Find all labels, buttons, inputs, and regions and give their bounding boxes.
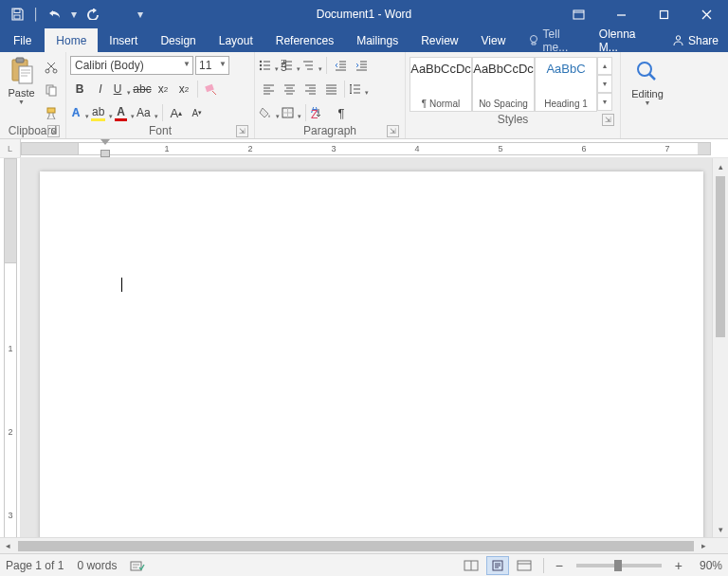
borders-button[interactable]: ▾ [282,103,301,122]
maximize-icon[interactable] [643,0,685,28]
zoom-slider[interactable] [576,564,662,567]
grow-font-button[interactable]: A▴ [167,103,186,122]
text-effects-button[interactable]: A▾ [70,103,89,122]
ruler-tick: 3 [330,142,337,155]
vscroll-thumb[interactable] [716,176,725,337]
font-color-button[interactable]: A▾ [115,103,135,122]
vertical-ruler[interactable]: 1 2 3 [0,158,21,537]
undo-dropdown-caret[interactable]: ▾ [70,8,78,21]
justify-button[interactable] [321,80,340,99]
align-left-button[interactable] [259,80,278,99]
web-layout-icon[interactable] [513,556,536,575]
horizontal-scrollbar[interactable]: ◂ ▸ [0,537,728,553]
numbering-button[interactable]: 123▾ [281,56,300,75]
zoom-level[interactable]: 90% [690,559,722,572]
status-page[interactable]: Page 1 of 1 [6,559,64,572]
show-hide-button[interactable]: ¶ [332,103,351,122]
font-launcher-icon[interactable]: ⇲ [236,125,248,137]
document-page[interactable] [40,171,703,537]
scroll-left-icon[interactable]: ◂ [0,538,16,554]
share-button[interactable]: Share [663,28,728,52]
user-name[interactable]: Olenna M... [592,28,663,52]
paragraph-launcher-icon[interactable]: ⇲ [387,125,399,137]
shrink-font-button[interactable]: A▾ [188,103,207,122]
group-editing: Editing ▼ [621,52,674,138]
undo-icon[interactable] [44,3,66,26]
strikethrough-button[interactable]: abc [133,80,152,99]
horizontal-ruler[interactable]: L 1 2 3 4 5 6 7 [0,139,728,158]
shading-button[interactable]: ▾ [259,103,280,122]
ribbon: Paste ▼ Clipboard⇲ Calibri (Body)▼ 11▼ B… [0,52,728,139]
change-case-button[interactable]: Aa▾ [136,103,158,122]
cut-icon[interactable] [41,57,62,78]
style-normal[interactable]: AaBbCcDc ¶ Normal [410,57,472,112]
vertical-scrollbar[interactable]: ▴ ▾ [712,158,728,537]
document-viewport[interactable] [21,158,712,537]
share-icon [672,34,684,46]
find-icon[interactable] [634,59,661,85]
underline-button[interactable]: U▾ [112,80,131,99]
multilevel-list-button[interactable]: ▾ [302,56,322,75]
svg-point-17 [260,68,262,70]
bold-button[interactable]: B [70,80,89,99]
align-right-button[interactable] [300,80,319,99]
clear-formatting-icon[interactable] [202,80,221,99]
tab-mailings[interactable]: Mailings [345,28,410,52]
tab-selector[interactable]: L [0,139,21,157]
close-icon[interactable] [685,0,728,28]
svg-rect-0 [14,9,20,13]
styles-expand[interactable]: ▾ [597,93,612,111]
quick-access-toolbar: │ ▾ ▾ [0,3,144,26]
increase-indent-button[interactable] [352,56,371,75]
tab-insert[interactable]: Insert [98,28,149,52]
format-painter-icon[interactable] [41,102,62,123]
highlight-button[interactable]: ab▾ [91,103,113,122]
read-mode-icon[interactable] [460,556,482,575]
tab-view[interactable]: View [470,28,518,52]
font-group-label: Font [149,124,172,137]
styles-scroll-down[interactable]: ▾ [597,75,612,93]
style-no-spacing[interactable]: AaBbCcDc No Spacing [472,57,535,112]
print-layout-icon[interactable] [486,556,509,575]
decrease-indent-button[interactable] [331,56,350,75]
tell-me-search[interactable]: Tell me... [522,27,592,54]
scroll-down-icon[interactable]: ▾ [713,521,728,537]
scroll-up-icon[interactable]: ▴ [713,158,728,174]
font-size-combo[interactable]: 11▼ [195,56,229,75]
zoom-slider-thumb[interactable] [614,560,622,571]
save-icon[interactable] [6,3,28,26]
status-word-count[interactable]: 0 words [77,559,117,572]
styles-launcher-icon[interactable]: ⇲ [602,114,614,126]
minimize-icon[interactable] [600,0,643,28]
line-spacing-button[interactable]: ▾ [349,80,369,99]
tab-review[interactable]: Review [410,28,469,52]
proofing-icon[interactable] [130,559,145,572]
scroll-right-icon[interactable]: ▸ [696,538,712,554]
copy-icon[interactable] [41,80,62,100]
hscroll-thumb[interactable] [18,541,694,551]
paste-button[interactable]: Paste ▼ [4,55,39,123]
zoom-out-button[interactable]: − [552,558,567,573]
tab-references[interactable]: References [264,28,345,52]
font-name-combo[interactable]: Calibri (Body)▼ [70,56,193,75]
styles-scroll-up[interactable]: ▴ [597,57,612,75]
align-center-button[interactable] [280,80,299,99]
qat-customize-caret[interactable]: ▾ [136,8,144,21]
tab-file[interactable]: File [0,28,45,52]
sort-button[interactable]: AZ [310,103,330,122]
style-heading-1[interactable]: AaBbC​ Heading 1 [535,57,597,112]
subscript-button[interactable]: x2 [154,80,173,99]
zoom-in-button[interactable]: + [671,558,686,573]
tab-design[interactable]: Design [149,28,207,52]
tab-layout[interactable]: Layout [208,28,264,52]
hanging-indent-marker[interactable] [100,150,110,157]
clipboard-launcher-icon[interactable]: ⇲ [47,125,60,137]
italic-button[interactable]: I [91,80,110,99]
redo-icon[interactable] [82,3,104,26]
tab-home[interactable]: Home [45,28,98,52]
ribbon-display-options-icon[interactable] [557,0,600,28]
ruler-tick: 1 [163,142,171,155]
first-line-indent-marker[interactable] [100,139,110,145]
bullets-button[interactable]: ▾ [259,56,279,75]
superscript-button[interactable]: x2 [174,80,193,99]
